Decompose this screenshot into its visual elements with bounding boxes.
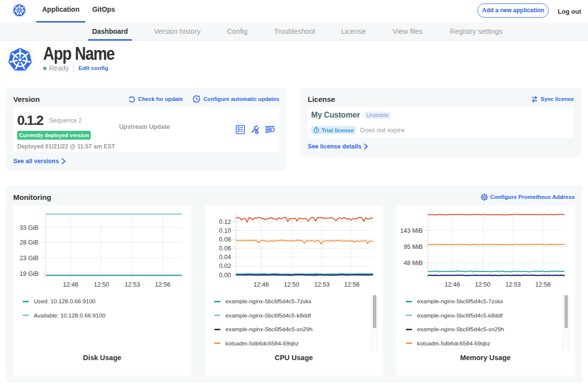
svg-text:12:46: 12:46 bbox=[63, 281, 78, 288]
svg-text:12:50: 12:50 bbox=[284, 281, 299, 288]
svg-text:143 MiB: 143 MiB bbox=[400, 227, 423, 234]
svg-text:0.06: 0.06 bbox=[219, 245, 231, 252]
svg-text:23 GiB: 23 GiB bbox=[20, 255, 39, 262]
svg-text:33 GiB: 33 GiB bbox=[20, 224, 39, 231]
svg-text:12:50: 12:50 bbox=[475, 281, 490, 288]
svg-text:12:56: 12:56 bbox=[344, 281, 360, 288]
svg-text:28 GiB: 28 GiB bbox=[20, 239, 39, 246]
svg-text:19 GiB: 19 GiB bbox=[20, 270, 39, 277]
svg-text:12:46: 12:46 bbox=[444, 281, 460, 288]
svg-text:12:56: 12:56 bbox=[535, 281, 551, 288]
svg-text:48 MiB: 48 MiB bbox=[404, 260, 423, 267]
svg-text:12:53: 12:53 bbox=[124, 281, 140, 288]
svg-text:0.10: 0.10 bbox=[219, 227, 231, 234]
svg-text:12:50: 12:50 bbox=[94, 281, 109, 288]
svg-text:12:53: 12:53 bbox=[314, 281, 330, 288]
svg-text:0.04: 0.04 bbox=[219, 254, 231, 261]
svg-text:95 MiB: 95 MiB bbox=[404, 244, 423, 250]
svg-text:0.00: 0.00 bbox=[219, 272, 231, 279]
svg-text:0.08: 0.08 bbox=[219, 236, 231, 243]
svg-text:12:56: 12:56 bbox=[155, 281, 171, 288]
svg-text:12:53: 12:53 bbox=[505, 281, 521, 288]
svg-text:12:46: 12:46 bbox=[253, 281, 269, 288]
svg-text:0.02: 0.02 bbox=[219, 263, 231, 269]
svg-text:0.12: 0.12 bbox=[219, 219, 231, 225]
